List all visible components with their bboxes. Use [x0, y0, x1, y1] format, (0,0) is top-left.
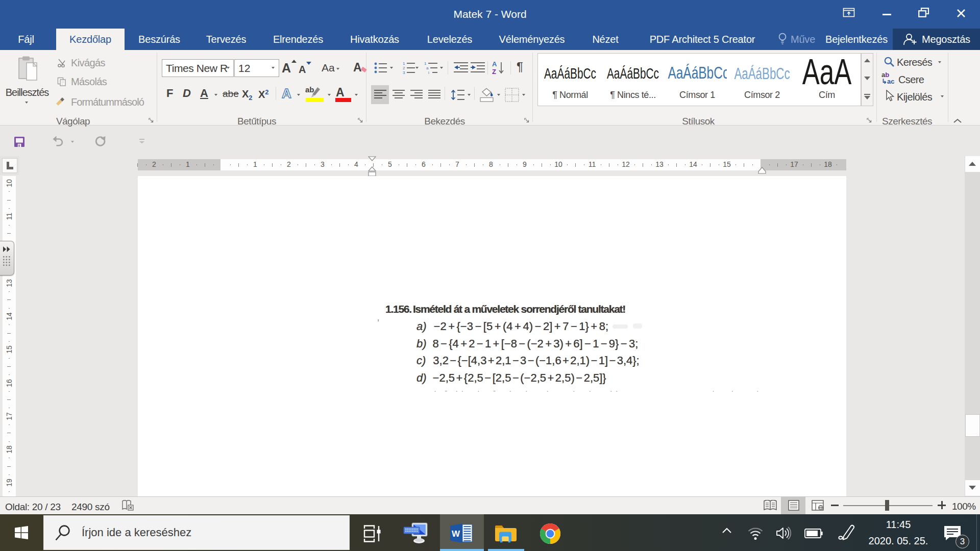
- svg-text:W: W: [452, 529, 460, 539]
- svg-text:a: a: [426, 66, 429, 70]
- svg-text:A: A: [492, 60, 497, 68]
- svg-text:3: 3: [403, 70, 405, 75]
- svg-text:i: i: [428, 70, 429, 75]
- svg-text:Z: Z: [492, 68, 496, 76]
- svg-text:1: 1: [424, 61, 427, 66]
- svg-text:1: 1: [403, 61, 405, 66]
- svg-text:2: 2: [403, 66, 405, 70]
